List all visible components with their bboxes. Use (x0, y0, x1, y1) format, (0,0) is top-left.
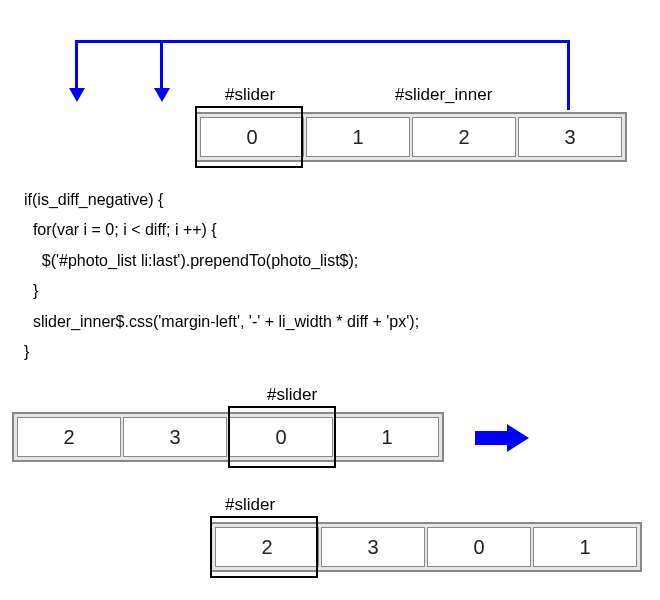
label-slider-inner: #slider_inner (395, 85, 492, 105)
cell: 1 (306, 117, 410, 157)
code-line: $('#photo_list li:last').prependTo(photo… (24, 252, 358, 269)
diagram-canvas: #slider #slider_inner 0 1 2 3 if(is_diff… (0, 0, 660, 600)
animate-right-arrow-icon (475, 424, 529, 452)
slider-viewport-3 (210, 516, 318, 578)
connector-line-vertical-left-a (75, 40, 78, 90)
slider-viewport-2 (228, 406, 336, 468)
cell: 2 (412, 117, 516, 157)
connector-line-horizontal (75, 40, 570, 43)
cell: 3 (123, 417, 227, 457)
code-line: } (24, 282, 38, 299)
cell: 2 (17, 417, 121, 457)
cell: 0 (427, 527, 531, 567)
label-slider-1: #slider (225, 85, 275, 105)
cell: 1 (335, 417, 439, 457)
cell: 3 (321, 527, 425, 567)
code-line: for(var i = 0; i < diff; i ++) { (24, 221, 217, 238)
arrow-down-2 (154, 88, 170, 102)
cell: 1 (533, 527, 637, 567)
code-snippet: if(is_diff_negative) { for(var i = 0; i … (24, 185, 419, 367)
code-line: } (24, 343, 29, 360)
code-line: slider_inner$.css('margin-left', '-' + l… (24, 313, 419, 330)
connector-line-vertical-right (567, 40, 570, 110)
slider-viewport-1 (195, 106, 303, 168)
arrow-down-1 (69, 88, 85, 102)
label-slider-2: #slider (267, 385, 317, 405)
connector-line-vertical-left-b (160, 40, 163, 90)
label-slider-3: #slider (225, 495, 275, 515)
cell: 3 (518, 117, 622, 157)
code-line: if(is_diff_negative) { (24, 191, 163, 208)
